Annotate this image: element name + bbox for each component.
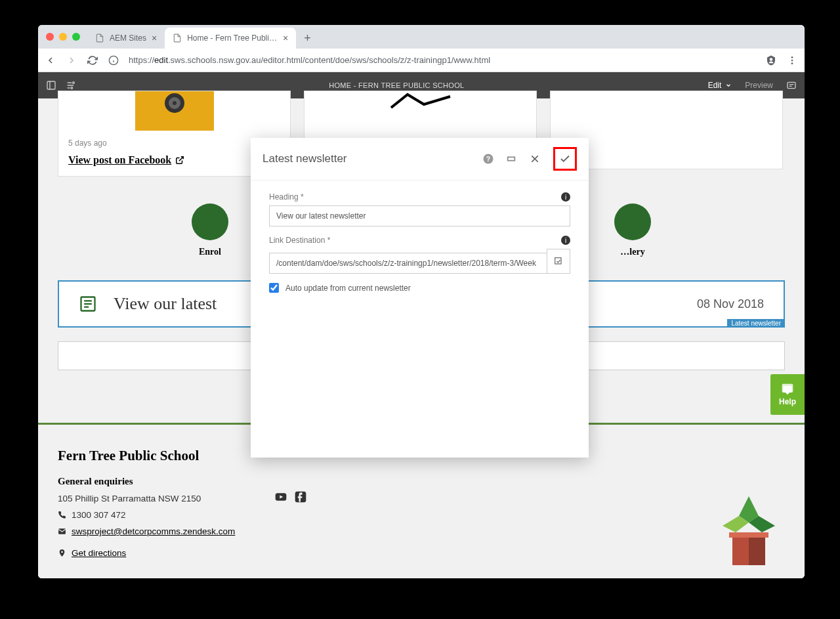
auto-update-checkbox[interactable]	[269, 283, 279, 293]
traffic-lights	[46, 33, 80, 41]
heading-label: Heading *	[269, 192, 304, 202]
help-label: Help	[779, 397, 796, 406]
browser-tab[interactable]: AEM Sites ×	[87, 28, 165, 49]
heading-field[interactable]	[269, 205, 570, 226]
svg-point-6	[791, 62, 793, 64]
newsletter-date: 08 Nov 2018	[697, 297, 764, 311]
svg-point-5	[791, 59, 793, 61]
window-minimize-button[interactable]	[59, 33, 67, 41]
info-icon[interactable]: i	[561, 192, 570, 202]
svg-point-4	[791, 56, 793, 58]
edit-mode-dropdown[interactable]: Edit	[708, 81, 732, 90]
tab-title: Home - Fern Tree Public Scho…	[187, 33, 278, 43]
url-text: https://edit.sws.schools.nsw.gov.au/edit…	[129, 55, 490, 65]
address-bar: https://edit.sws.schools.nsw.gov.au/edit…	[38, 49, 805, 72]
browser-window: AEM Sites × Home - Fern Tree Public Scho…	[38, 25, 805, 578]
link-destination-field[interactable]	[269, 253, 547, 274]
tab-close-button[interactable]: ×	[152, 33, 157, 43]
url-field[interactable]: https://edit.sws.schools.nsw.gov.au/edit…	[129, 55, 756, 65]
footer-enquiries-heading: General enquiries	[58, 476, 274, 487]
circle-nav-item[interactable]: …lery	[614, 203, 651, 257]
svg-point-12	[73, 82, 75, 84]
facebook-link[interactable]: View post on Facebook	[68, 154, 184, 166]
dialog-header: Latest newsletter ?	[251, 138, 589, 181]
side-panel-toggle-icon[interactable]	[46, 80, 56, 91]
footer-address: 105 Phillip St Parramatta NSW 2150	[58, 494, 274, 503]
footer-email[interactable]: swsproject@detcorpcomms.zendesk.com	[58, 526, 274, 536]
footer-school-name: Fern Tree Public School	[58, 448, 274, 464]
back-button[interactable]	[45, 55, 56, 66]
svg-rect-7	[47, 81, 55, 89]
browser-menu-button[interactable]	[786, 55, 798, 66]
link-destination-label: Link Destination *	[269, 236, 330, 245]
page-icon	[173, 33, 182, 43]
window-close-button[interactable]	[46, 33, 54, 41]
svg-point-3	[770, 58, 773, 61]
footer-phone: 1300 307 472	[58, 510, 274, 520]
site-info-icon[interactable]	[108, 55, 119, 66]
new-tab-button[interactable]: +	[296, 28, 319, 49]
auto-update-label: Auto update from current newsletter	[285, 284, 411, 293]
dialog-body: Heading *i Link Destination *i Auto upda…	[251, 181, 589, 305]
page-viewport: HOME - FERN TREE PUBLIC SCHOOL Edit Prev…	[38, 72, 805, 578]
reload-button[interactable]	[87, 55, 98, 66]
window-maximize-button[interactable]	[72, 33, 80, 41]
close-icon[interactable]	[530, 154, 553, 164]
youtube-icon[interactable]	[274, 490, 287, 555]
browser-tab-bar: AEM Sites × Home - Fern Tree Public Scho…	[38, 25, 805, 49]
info-icon[interactable]: i	[561, 236, 570, 245]
path-picker-icon[interactable]	[547, 249, 570, 274]
post-age: 5 days ago	[68, 139, 280, 148]
circle-nav-item[interactable]: Enrol	[192, 203, 228, 257]
tab-title: AEM Sites	[110, 33, 146, 43]
fullscreen-icon[interactable]	[506, 154, 530, 164]
done-button[interactable]	[553, 147, 577, 171]
help-icon[interactable]: ?	[482, 153, 506, 165]
facebook-icon[interactable]	[294, 490, 307, 555]
page-icon	[95, 33, 104, 43]
forward-button[interactable]	[66, 55, 77, 66]
svg-point-13	[71, 87, 73, 89]
social-links	[274, 448, 307, 555]
svg-rect-34	[508, 157, 515, 160]
profile-icon[interactable]	[765, 54, 777, 66]
svg-text:?: ?	[486, 155, 490, 163]
footer-directions[interactable]: Get directions	[58, 548, 274, 558]
svg-point-19	[173, 101, 177, 105]
tab-close-button[interactable]: ×	[283, 33, 288, 43]
plant-logo	[716, 490, 782, 568]
svg-rect-14	[788, 82, 795, 88]
preview-button[interactable]: Preview	[745, 81, 773, 90]
annotate-icon[interactable]	[786, 80, 797, 91]
component-dialog: Latest newsletter ? Heading *i Link Dest…	[251, 138, 589, 458]
newsletter-icon	[79, 295, 97, 313]
help-widget[interactable]: Help	[770, 374, 805, 415]
component-badge: Latest newsletter	[727, 319, 785, 328]
card-image	[314, 91, 526, 131]
svg-rect-31	[729, 532, 768, 538]
svg-point-25	[61, 551, 63, 553]
page-title: HOME - FERN TREE PUBLIC SCHOOL	[85, 81, 708, 89]
page-info-icon[interactable]	[66, 80, 76, 91]
dialog-title: Latest newsletter	[262, 152, 482, 165]
card-image	[135, 91, 214, 131]
browser-tab-active[interactable]: Home - Fern Tree Public Scho… ×	[165, 28, 296, 49]
